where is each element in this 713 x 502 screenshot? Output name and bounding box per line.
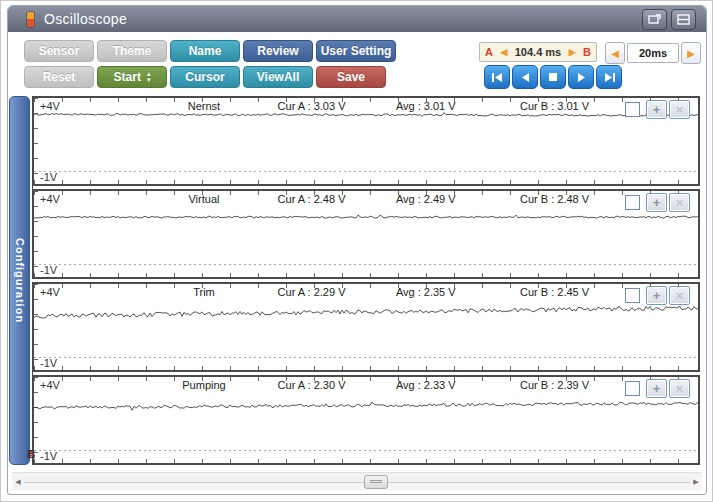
y-max-label: +4V [40,286,60,298]
layout-icon [677,14,690,25]
channel-add-button[interactable]: + [646,193,667,212]
channel-add-button[interactable]: + [646,286,667,305]
skip-to-end-icon [603,72,616,83]
horizontal-scrollbar[interactable]: ◀ ▶ [12,472,702,490]
cursor-b-label: B [583,46,591,58]
bottom-gridline [34,171,698,172]
channel-name: Nernst [188,100,220,112]
channel-close-button[interactable]: × [669,379,690,398]
channel-checkbox[interactable] [625,102,640,117]
start-button[interactable]: Start▴▾ [97,66,167,88]
cursor-a-value: Cur A : 2.48 V [278,193,346,205]
configuration-tab-label: Configuration [14,238,26,323]
stop-icon [548,72,558,82]
save-button[interactable]: Save [316,66,386,88]
bottom-gridline [34,357,698,358]
cursor-a-value: Cur A : 2.30 V [278,379,346,391]
channel-name: Trim [193,286,215,298]
channel-add-button[interactable]: + [646,100,667,119]
avg-value: Avg : 2.33 V [396,379,456,391]
channel-panel: +4V -1V Pumping Cur A : 2.30 V Avg : 2.3… [32,375,700,465]
window-title: Oscilloscope [44,11,127,27]
channel-close-button[interactable]: × [669,100,690,119]
cursor-a-value: Cur A : 2.29 V [278,286,346,298]
y-max-label: +4V [40,193,60,205]
channel-checkbox[interactable] [625,288,640,303]
scrollbar-line [24,482,690,483]
cursor-b-value: Cur B : 2.39 V [520,379,589,391]
timebase-decrease-button[interactable]: ◀ [605,42,625,64]
screen: Oscilloscope SensorThemeNameReviewUser [0,0,713,502]
timebase-value[interactable]: 20ms [627,43,679,63]
cursor-b-value: Cur B : 2.48 V [520,193,589,205]
cursor-b-value: Cur B : 3.01 V [520,100,589,112]
y-min-label: -1V [40,357,57,369]
transport-play-button[interactable] [568,65,594,89]
spinner-up-down-icon[interactable]: ▴▾ [147,71,151,83]
avg-value: Avg : 2.35 V [396,286,456,298]
y-min-label: -1V [40,450,57,462]
timebase-increase-button[interactable]: ▶ [681,42,701,64]
cursor-b-value: Cur B : 2.45 V [520,286,589,298]
toolbar-row-2: ResetStart▴▾CursorViewAllSave [24,66,386,88]
channel-checkbox[interactable] [625,381,640,396]
sensor-button[interactable]: Sensor [24,40,94,62]
transport-stop-button[interactable] [540,65,566,89]
channel-stack: +4V -1V Nernst Cur A : 3.03 V Avg : 3.01… [32,96,700,465]
popout-window-button[interactable] [642,9,667,30]
review-button[interactable]: Review [243,40,313,62]
channel-name: Pumping [182,379,225,391]
arrow-left-icon: ◀ [500,47,507,57]
scroll-left-icon[interactable]: ◀ [12,478,24,486]
bottom-gridline [34,450,698,451]
transport-first-button[interactable] [484,65,510,89]
app-icon [27,12,34,27]
bottom-gridline [34,264,698,265]
scrollbar-thumb[interactable] [364,475,388,489]
transport-prev-button[interactable] [512,65,538,89]
popout-icon [648,14,661,25]
transport-last-button[interactable] [596,65,622,89]
toolbar-row-1: SensorThemeNameReviewUser Setting [24,40,396,62]
cursor-a-label: A [485,46,493,58]
configuration-tab[interactable]: Configuration [9,96,30,465]
cursor-a-value: Cur A : 3.03 V [278,100,346,112]
arrow-left-icon: ◀ [611,48,619,59]
y-min-label: -1V [40,264,57,276]
viewall-button[interactable]: ViewAll [243,66,313,88]
channel-panel: +4V -1V Trim Cur A : 2.29 V Avg : 2.35 V… [32,282,700,372]
channel-panel: +4V -1V Virtual Cur A : 2.48 V Avg : 2.4… [32,189,700,279]
cursor-interval-readout: A ◀ 104.4 ms ▶ B [479,42,597,62]
channel-close-button[interactable]: × [669,193,690,212]
arrow-right-icon: ▶ [687,48,695,59]
y-max-label: +4V [40,379,60,391]
step-back-icon [520,72,531,83]
user-setting-button[interactable]: User Setting [316,40,396,62]
avg-value: Avg : 3.01 V [396,100,456,112]
timebase-group: ◀ 20ms ▶ [605,42,701,64]
skip-to-start-icon [491,72,504,83]
channel-add-button[interactable]: + [646,379,667,398]
avg-value: Avg : 2.49 V [396,193,456,205]
scrollbar-track[interactable] [24,473,690,490]
play-icon [576,72,587,83]
theme-button[interactable]: Theme [97,40,167,62]
y-max-label: +4V [40,100,60,112]
channel-close-button[interactable]: × [669,286,690,305]
oscilloscope-window: Oscilloscope SensorThemeNameReviewUser [7,5,707,495]
title-bar[interactable]: Oscilloscope [8,6,706,32]
scroll-right-icon[interactable]: ▶ [690,478,702,486]
transport-controls [484,65,622,89]
cursor-button[interactable]: Cursor [170,66,240,88]
channel-panel: +4V -1V Nernst Cur A : 3.03 V Avg : 3.01… [32,96,700,186]
arrow-right-icon: ▶ [569,47,576,57]
channel-name: Virtual [188,193,219,205]
y-min-label: -1V [40,171,57,183]
layout-toggle-button[interactable] [671,9,696,30]
name-button[interactable]: Name [170,40,240,62]
reset-button[interactable]: Reset [24,66,94,88]
channel-checkbox[interactable] [625,195,640,210]
cursor-interval-value: 104.4 ms [515,46,561,58]
